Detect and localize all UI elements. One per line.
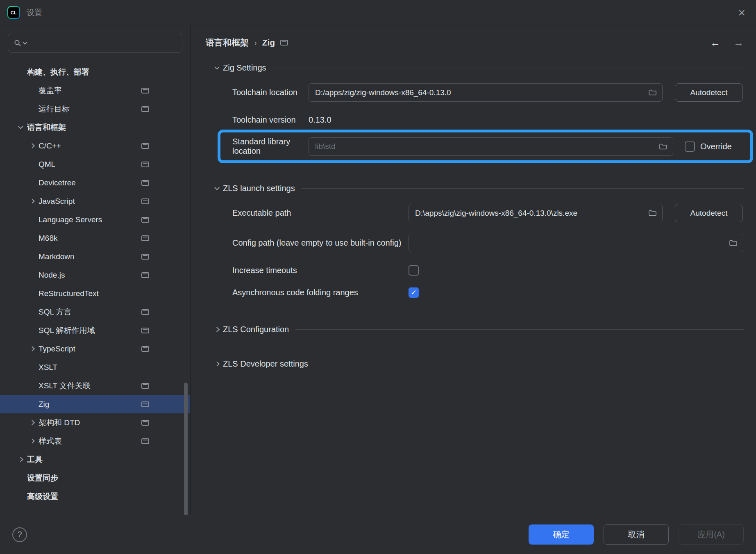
sidebar-item-label: 工具	[27, 454, 43, 465]
sidebar-item-label: XSLT 文件关联	[39, 381, 91, 391]
config-path-input[interactable]	[414, 238, 725, 248]
sidebar-item[interactable]: C/C++	[0, 137, 190, 155]
sidebar-item-label: Zig	[39, 400, 49, 409]
config-path-field[interactable]	[409, 234, 743, 252]
sidebar-item[interactable]: 构建、执行、部署	[0, 63, 190, 81]
sidebar-item[interactable]: 架构和 DTD	[0, 413, 190, 432]
folder-icon[interactable]	[659, 143, 667, 150]
std-lib-field[interactable]	[309, 137, 673, 156]
sidebar-item[interactable]: 样式表	[0, 432, 190, 450]
sidebar-item[interactable]: Devicetree	[0, 173, 190, 192]
toolchain-location-input[interactable]	[314, 88, 645, 98]
sidebar-item-label: 覆盖率	[39, 85, 62, 96]
window-title: 设置	[27, 7, 42, 18]
chevron-right-icon[interactable]	[25, 347, 39, 351]
chevron-right-icon[interactable]	[25, 439, 39, 443]
settings-page-icon	[141, 162, 149, 167]
breadcrumb-separator-icon: ›	[254, 38, 257, 48]
sidebar-item-label: SQL 方言	[39, 307, 72, 317]
cancel-button[interactable]: 取消	[604, 524, 669, 545]
chevron-right-icon[interactable]	[211, 362, 223, 366]
sidebar-item[interactable]: JavaScript	[0, 192, 190, 210]
toolchain-version-row: Toolchain version 0.13.0	[206, 112, 744, 128]
chevron-right-icon[interactable]	[25, 144, 39, 148]
breadcrumb-section[interactable]: 语言和框架	[206, 37, 249, 48]
apply-button[interactable]: 应用(A)	[679, 524, 744, 545]
sidebar-item[interactable]: QML	[0, 155, 190, 173]
folder-icon[interactable]	[649, 210, 657, 217]
sidebar-item[interactable]: Markdown	[0, 247, 190, 266]
chevron-right-icon[interactable]	[211, 328, 223, 331]
sidebar-item[interactable]: 语言和框架	[0, 118, 190, 137]
sidebar-item[interactable]: SQL 解析作用域	[0, 321, 190, 340]
chevron-down-icon[interactable]	[14, 126, 27, 128]
settings-page-icon	[141, 88, 149, 93]
help-icon[interactable]: ?	[12, 527, 27, 542]
override-checkbox[interactable]	[685, 141, 695, 152]
section-zls-developer[interactable]: ZLS Developer settings	[211, 358, 744, 369]
sidebar-item[interactable]: M68k	[0, 229, 190, 247]
chevron-right-icon[interactable]	[25, 199, 39, 203]
sidebar-item-selected[interactable]: Zig	[0, 395, 190, 413]
std-lib-input[interactable]	[314, 141, 655, 151]
clion-logo-icon: CL	[7, 6, 20, 19]
section-title: Zig Settings	[223, 63, 266, 73]
override-label: Override	[700, 142, 732, 151]
settings-page-icon	[141, 106, 149, 112]
sidebar-item[interactable]: ReStructuredText	[0, 284, 190, 303]
std-lib-highlight-box: Standard library location Override	[218, 130, 753, 163]
main-panel: 语言和框架 › Zig ← → Zig Settings Toolc	[191, 25, 756, 515]
sidebar-item[interactable]: TypeScript	[0, 340, 190, 358]
sidebar-item[interactable]: XSLT 文件关联	[0, 376, 190, 395]
chevron-down-icon[interactable]	[211, 187, 223, 189]
chevron-right-icon[interactable]	[14, 458, 27, 461]
folder-icon[interactable]	[649, 89, 657, 96]
toolchain-version-value: 0.13.0	[309, 115, 331, 125]
toolchain-version-label: Toolchain version	[232, 115, 309, 125]
search-input[interactable]	[28, 38, 177, 48]
section-zls-launch[interactable]: ZLS launch settings	[211, 182, 744, 194]
toolchain-location-row: Toolchain location Autodetect	[206, 83, 744, 102]
sidebar-item[interactable]: 设置同步	[0, 469, 190, 487]
settings-page-icon	[141, 401, 149, 407]
sidebar-item[interactable]: 运行目标	[0, 100, 190, 118]
close-icon[interactable]: ×	[738, 7, 745, 19]
sidebar-item[interactable]: Node.js	[0, 266, 190, 284]
search-history-chevron-icon[interactable]	[23, 40, 27, 44]
chevron-down-icon[interactable]	[211, 67, 223, 69]
folder-icon[interactable]	[729, 239, 738, 246]
toolchain-location-field[interactable]	[309, 83, 663, 102]
executable-path-field[interactable]	[409, 204, 663, 222]
settings-sidebar: 构建、执行、部署覆盖率运行目标语言和框架C/C++QMLDevicetreeJa…	[0, 25, 191, 515]
executable-path-row: Executable path Autodetect	[206, 204, 744, 222]
titlebar: CL 设置 ×	[0, 0, 756, 25]
section-title: ZLS launch settings	[223, 184, 295, 193]
sidebar-item[interactable]: 高级设置	[0, 487, 190, 506]
back-arrow-icon[interactable]: ←	[710, 37, 720, 49]
section-zls-configuration[interactable]: ZLS Configuration	[211, 324, 744, 335]
increase-timeouts-row: Increase timeouts	[206, 262, 744, 278]
autodetect-button[interactable]: Autodetect	[675, 204, 743, 222]
dialog-footer: ? 确定 取消 应用(A)	[0, 515, 756, 554]
settings-page-icon	[141, 180, 149, 186]
increase-timeouts-checkbox[interactable]	[409, 265, 419, 276]
async-folding-checkbox[interactable]: ✓	[409, 287, 419, 298]
autodetect-button[interactable]: Autodetect	[675, 83, 743, 102]
sidebar-item[interactable]: SQL 方言	[0, 303, 190, 321]
ok-button[interactable]: 确定	[529, 524, 594, 545]
sidebar-item[interactable]: 覆盖率	[0, 81, 190, 100]
sidebar-item-label: M68k	[39, 234, 57, 243]
sidebar-item[interactable]: XSLT	[0, 358, 190, 376]
settings-search-box[interactable]	[8, 33, 182, 53]
settings-window: CL 设置 × 构建、执行、部署覆盖率运行目标语言和框架C/C++QMLDevi…	[0, 0, 756, 554]
settings-page-icon	[141, 309, 149, 315]
sidebar-item[interactable]: Language Servers	[0, 210, 190, 229]
sidebar-scrollbar[interactable]	[184, 383, 188, 515]
section-zig-settings[interactable]: Zig Settings	[211, 62, 744, 73]
search-icon	[14, 39, 22, 47]
forward-arrow-icon[interactable]: →	[733, 37, 744, 49]
section-rule	[273, 68, 744, 68]
chevron-right-icon[interactable]	[25, 421, 39, 424]
sidebar-item[interactable]: 工具	[0, 450, 190, 469]
executable-path-input[interactable]	[414, 208, 645, 218]
